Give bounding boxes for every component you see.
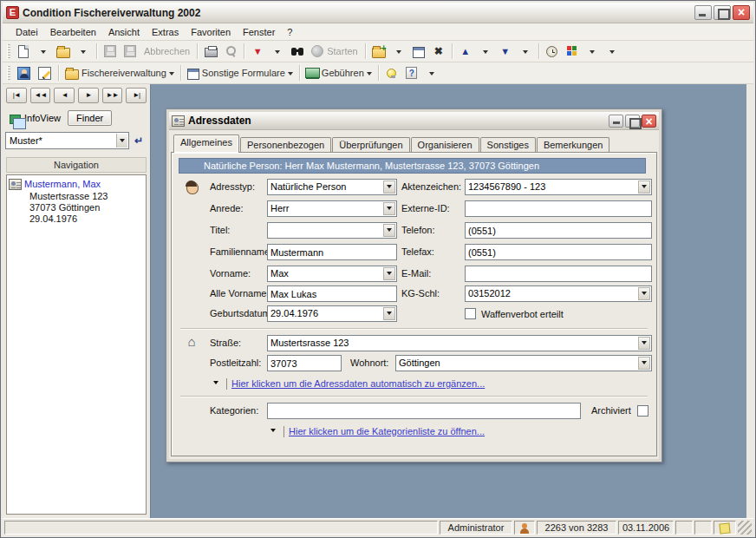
edit-button[interactable] bbox=[35, 64, 55, 82]
toolbar-grip[interactable] bbox=[7, 66, 10, 81]
previous-button[interactable]: ◄ bbox=[54, 88, 75, 103]
tab-bemerkungen[interactable]: Bemerkungen bbox=[537, 137, 610, 153]
alle-vornamen-input[interactable] bbox=[267, 285, 397, 302]
tab-allgemeines[interactable]: Allgemeines bbox=[173, 134, 239, 153]
next-record-button[interactable] bbox=[496, 43, 515, 61]
postleitzahl-input[interactable] bbox=[267, 355, 342, 371]
last-record-button[interactable]: ►| bbox=[126, 88, 147, 103]
geburtsdatum-combo[interactable]: 29.04.1976 bbox=[267, 305, 397, 322]
chevron-down-icon[interactable] bbox=[383, 267, 395, 280]
strasse-combo[interactable]: Mustertsrasse 123 bbox=[267, 335, 652, 351]
search-result-list[interactable]: Mustermann, Max Mustertsrasse 123 37073 … bbox=[6, 174, 147, 515]
menu-datei[interactable]: Datei bbox=[10, 25, 44, 39]
new-address-button[interactable] bbox=[369, 43, 388, 61]
fast-previous-button[interactable]: ◄◄ bbox=[30, 88, 51, 103]
person-view-button[interactable] bbox=[14, 64, 34, 82]
chevron-down-icon[interactable] bbox=[383, 180, 395, 194]
close-button[interactable] bbox=[733, 5, 750, 20]
sonstige-formulare-menu-button[interactable]: Sonstige Formulare bbox=[185, 64, 296, 82]
next-record-dropdown[interactable] bbox=[516, 43, 535, 61]
titel-combo[interactable] bbox=[267, 222, 397, 239]
tab-organisieren[interactable]: Organisieren bbox=[411, 137, 479, 153]
adresstyp-combo[interactable]: Natürliche Person bbox=[267, 179, 397, 195]
externe-id-input[interactable] bbox=[465, 200, 652, 217]
waffenverbot-checkbox[interactable] bbox=[465, 308, 476, 319]
modules-button[interactable] bbox=[563, 43, 582, 61]
modules-dropdown[interactable] bbox=[583, 43, 602, 61]
kg-schl-combo[interactable]: 03152012 bbox=[465, 285, 652, 302]
tab-ueberpruefungen[interactable]: Überprüfungen bbox=[332, 137, 409, 153]
help-button[interactable] bbox=[402, 64, 421, 82]
new-document-dropdown[interactable] bbox=[34, 43, 53, 61]
chevron-down-icon[interactable] bbox=[638, 287, 650, 300]
email-input[interactable] bbox=[465, 266, 652, 282]
dialog-maximize-button[interactable] bbox=[625, 115, 640, 128]
chevron-down-icon[interactable] bbox=[638, 357, 650, 370]
first-record-button[interactable]: |◄ bbox=[6, 88, 27, 103]
abbrechen-button[interactable]: Abbrechen bbox=[140, 43, 193, 61]
history-button[interactable] bbox=[543, 43, 562, 61]
menu-favoriten[interactable]: Favoriten bbox=[185, 25, 237, 39]
delete-button[interactable] bbox=[429, 43, 448, 61]
minimize-button[interactable] bbox=[694, 5, 712, 20]
previous-record-button[interactable] bbox=[456, 43, 475, 61]
open-form-button[interactable] bbox=[409, 43, 428, 61]
fischereiverwaltung-menu-button[interactable]: Fischereiverwaltung bbox=[62, 64, 177, 82]
dialog-minimize-button[interactable] bbox=[609, 115, 623, 128]
toolbar-options-button[interactable] bbox=[603, 43, 622, 61]
next-button[interactable]: ► bbox=[78, 88, 99, 103]
print-preview-button[interactable] bbox=[221, 43, 240, 61]
list-item[interactable]: Mustermann, Max bbox=[9, 178, 144, 191]
familienname-input[interactable] bbox=[267, 244, 397, 260]
chevron-down-icon[interactable] bbox=[638, 337, 650, 350]
tips-button[interactable] bbox=[382, 64, 401, 82]
open-button[interactable] bbox=[54, 43, 73, 61]
chevron-down-icon[interactable] bbox=[638, 180, 650, 194]
menu-bearbeiten[interactable]: Bearbeiten bbox=[44, 25, 102, 39]
menu-fenster[interactable]: Fenster bbox=[237, 25, 281, 39]
status-notes-cell[interactable] bbox=[714, 521, 736, 535]
categories-link-dropdown[interactable] bbox=[267, 426, 279, 437]
archiviert-checkbox[interactable] bbox=[637, 405, 648, 417]
telefon-input[interactable] bbox=[465, 222, 652, 239]
filter-dropdown[interactable] bbox=[268, 43, 287, 61]
open-categories-link[interactable]: Hier klicken um die Kategorienliste zu ö… bbox=[289, 426, 485, 436]
wohnort-combo[interactable]: Göttingen bbox=[395, 355, 652, 371]
chevron-down-icon[interactable] bbox=[383, 202, 395, 215]
save-button[interactable] bbox=[101, 43, 120, 61]
save-all-button[interactable] bbox=[121, 43, 140, 61]
address-link-dropdown[interactable] bbox=[210, 378, 222, 390]
new-document-button[interactable] bbox=[14, 43, 33, 61]
chevron-down-icon[interactable] bbox=[383, 224, 395, 237]
help-dropdown[interactable] bbox=[422, 64, 441, 82]
previous-record-dropdown[interactable] bbox=[476, 43, 495, 61]
tab-sonstiges[interactable]: Sonstiges bbox=[480, 137, 536, 153]
menu-extras[interactable]: Extras bbox=[146, 25, 185, 39]
open-dropdown[interactable] bbox=[74, 43, 93, 61]
chevron-down-icon[interactable] bbox=[383, 307, 395, 320]
finder-button[interactable]: Finder bbox=[68, 110, 112, 126]
autocomplete-address-link[interactable]: Hier klicken um die Adressdaten automati… bbox=[231, 378, 485, 389]
maximize-button[interactable] bbox=[714, 5, 731, 20]
search-button[interactable] bbox=[288, 43, 307, 61]
resize-grip[interactable] bbox=[738, 521, 752, 535]
aktenzeichen-combo[interactable]: 1234567890 - 123 bbox=[465, 179, 652, 195]
new-address-dropdown[interactable] bbox=[389, 43, 408, 61]
starten-button[interactable]: Starten bbox=[308, 43, 361, 61]
anrede-combo[interactable]: Herr bbox=[267, 200, 397, 217]
gebuehren-menu-button[interactable]: Gebühren bbox=[303, 64, 375, 82]
toolbar-grip[interactable] bbox=[7, 44, 10, 59]
infoview-button[interactable]: InfoView bbox=[6, 112, 64, 125]
menu-hilfe[interactable]: ? bbox=[281, 25, 298, 39]
search-input[interactable] bbox=[8, 134, 114, 148]
vorname-combo[interactable]: Max bbox=[267, 266, 397, 282]
search-dropdown-button[interactable] bbox=[116, 134, 127, 148]
menu-ansicht[interactable]: Ansicht bbox=[102, 25, 146, 39]
search-execute-button[interactable] bbox=[132, 133, 147, 148]
kategorien-input[interactable] bbox=[267, 403, 581, 419]
filter-button[interactable] bbox=[248, 43, 267, 61]
tab-personenbezogen[interactable]: Personenbezogen bbox=[240, 137, 331, 153]
fast-next-button[interactable]: ►► bbox=[102, 88, 123, 103]
print-button[interactable] bbox=[201, 43, 220, 61]
dialog-close-button[interactable] bbox=[642, 115, 656, 128]
